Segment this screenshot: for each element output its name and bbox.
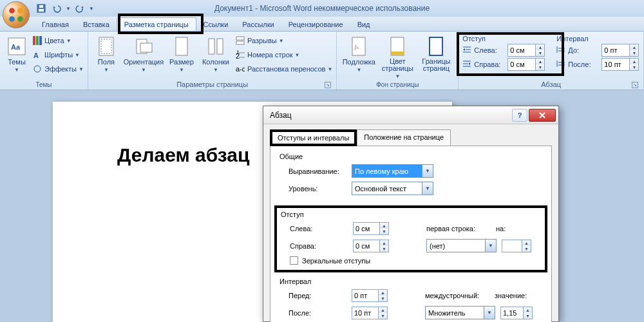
dlg-left-label: Слева: <box>290 225 348 232</box>
group-themes-label: Темы <box>4 80 84 90</box>
svg-point-13 <box>34 66 41 72</box>
undo-icon[interactable] <box>50 2 63 15</box>
svg-rect-21 <box>236 37 244 40</box>
paragraph-launcher[interactable]: ↘ <box>632 82 638 88</box>
svg-text:A: A <box>33 52 39 59</box>
themes-button[interactable]: Aa Темы ▼ <box>4 33 30 73</box>
margins-icon <box>96 36 117 57</box>
orientation-icon <box>133 36 154 57</box>
hyphenation-icon: a-c <box>235 64 245 74</box>
tab-insert[interactable]: Вставка <box>76 18 117 31</box>
group-paragraph-label: Абзац <box>541 80 561 88</box>
svg-point-1 <box>17 8 23 14</box>
alignment-combo[interactable]: ▼ <box>352 164 433 178</box>
document-text: Делаем абзац <box>117 144 249 166</box>
ribbon-tabs: Главная Вставка Разметка страницы Ссылки… <box>0 17 644 32</box>
svg-rect-9 <box>33 36 35 45</box>
columns-button[interactable]: Колонки▼ <box>199 33 232 73</box>
watermark-button[interactable]: AПодложка▼ <box>341 33 377 73</box>
checkbox-icon <box>290 256 298 265</box>
space-after-icon <box>556 59 565 70</box>
spin-up-icon[interactable]: ▲ <box>536 44 544 50</box>
dlg-before-label: Перед: <box>289 292 346 299</box>
tab-view[interactable]: Вид <box>350 18 377 31</box>
qat-customize-icon[interactable]: ▼ <box>89 6 94 12</box>
indent-right-spinner[interactable]: ▲▼ <box>507 58 545 71</box>
group-paragraph: Отступ Слева:▲▼ Справа:▲▼ Интервал До:▲▼… <box>459 32 644 90</box>
svg-rect-22 <box>236 41 244 44</box>
spacing-heading: Интервал <box>556 35 639 43</box>
spin-down-icon[interactable]: ▼ <box>536 50 544 56</box>
dlg-right-label: Справа: <box>290 242 348 250</box>
line-numbers-button[interactable]: 12Номера строк▼ <box>235 48 332 62</box>
at-spinner[interactable]: ▲▼ <box>500 307 533 319</box>
window-title: Документ1 - Microsoft Word некоммерческо… <box>214 4 430 13</box>
tab-home[interactable]: Главная <box>35 18 76 31</box>
dialog-tab-position[interactable]: Положение на странице <box>357 129 451 146</box>
margins-button[interactable]: Поля▼ <box>92 33 120 73</box>
fonts-icon: A <box>32 50 43 60</box>
group-page-background-label: Фон страницы <box>341 80 454 90</box>
space-after-spinner[interactable]: ▲▼ <box>601 58 639 71</box>
first-line-combo[interactable]: ▼ <box>426 239 497 252</box>
svg-point-3 <box>17 16 23 22</box>
dialog-tab-indents[interactable]: Отступы и интервалы <box>270 129 357 146</box>
indent-right-label: Справа: <box>474 61 505 68</box>
line-numbers-icon: 12 <box>235 50 245 60</box>
page-borders-icon <box>426 36 446 57</box>
page-setup-launcher[interactable]: ↘ <box>325 82 331 88</box>
hyphenation-button[interactable]: a-cРасстановка переносов▼ <box>235 62 332 76</box>
paragraph-dialog: Абзац ? Отступы и интервалы Положение на… <box>263 106 559 322</box>
theme-effects-button[interactable]: Эффекты▼ <box>32 62 84 76</box>
svg-rect-20 <box>217 39 223 54</box>
page-color-icon <box>387 36 408 57</box>
office-button[interactable] <box>3 1 30 28</box>
redo-icon[interactable] <box>73 2 86 15</box>
space-before-spinner[interactable]: ▲▼ <box>601 44 639 57</box>
breaks-button[interactable]: Разрывы▼ <box>235 33 332 48</box>
outline-level-label: Уровень: <box>289 185 346 193</box>
dialog-close-button[interactable] <box>529 109 556 122</box>
spacing-section: Интервал Перед: ▲▼ междустрочный: значен… <box>279 278 542 322</box>
tab-mailings[interactable]: Рассылки <box>235 18 281 31</box>
dlg-right-spinner[interactable]: ▲▼ <box>353 240 389 252</box>
svg-point-0 <box>9 8 15 14</box>
save-icon[interactable] <box>35 2 48 15</box>
themes-icon: Aa <box>6 36 27 57</box>
svg-text:2: 2 <box>236 52 240 59</box>
indent-left-spinner[interactable]: ▲▼ <box>507 44 545 57</box>
dlg-left-spinner[interactable]: ▲▼ <box>353 222 389 235</box>
chevron-down-icon[interactable]: ▼ <box>422 165 433 177</box>
size-button[interactable]: Размер▼ <box>167 33 196 73</box>
theme-fonts-button[interactable]: AШрифты▼ <box>32 48 84 62</box>
undo-dropdown-icon[interactable]: ▼ <box>66 6 71 12</box>
dialog-help-button[interactable]: ? <box>512 109 527 122</box>
svg-rect-19 <box>209 39 214 54</box>
svg-point-2 <box>9 16 15 22</box>
group-themes: Aa Темы ▼ Цвета▼ AШрифты▼ Эффекты▼ Темы <box>0 32 88 90</box>
outline-level-combo[interactable]: ▼ <box>352 182 433 195</box>
orientation-button[interactable]: Ориентация▼ <box>123 33 164 73</box>
indent-section: Отступ Слева: ▲▼ первая строка: на: Спра… <box>281 211 541 265</box>
line-spacing-combo[interactable]: ▼ <box>425 306 495 319</box>
alignment-label: Выравнивание: <box>289 167 346 175</box>
dialog-titlebar: Абзац ? <box>263 106 558 124</box>
dialog-tabs: Отступы и интервалы Положение на страниц… <box>263 124 558 146</box>
page-borders-button[interactable]: Границы страниц <box>418 33 454 72</box>
general-legend: Общие <box>279 153 303 160</box>
tab-review[interactable]: Рецензирование <box>281 18 350 31</box>
dlg-after-spinner[interactable]: ▲▼ <box>352 307 388 319</box>
tab-references[interactable]: Ссылки <box>196 18 236 31</box>
tab-page-layout[interactable]: Разметка страницы <box>117 17 196 31</box>
indent-legend: Отступ <box>281 211 304 218</box>
theme-colors-button[interactable]: Цвета▼ <box>32 33 84 48</box>
by-label: на: <box>496 225 515 232</box>
by-spinner[interactable]: ▲▼ <box>502 240 531 252</box>
page-color-button[interactable]: Цвет страницы▼ <box>379 33 415 79</box>
colors-icon <box>32 35 43 46</box>
ribbon: Aa Темы ▼ Цвета▼ AШрифты▼ Эффекты▼ Темы … <box>0 32 644 90</box>
mirror-indents-checkbox[interactable]: Зеркальные отступы <box>290 256 541 265</box>
themes-label: Темы <box>8 58 26 66</box>
dlg-before-spinner[interactable]: ▲▼ <box>352 289 388 302</box>
group-page-setup-label: Параметры страницы <box>176 80 248 88</box>
